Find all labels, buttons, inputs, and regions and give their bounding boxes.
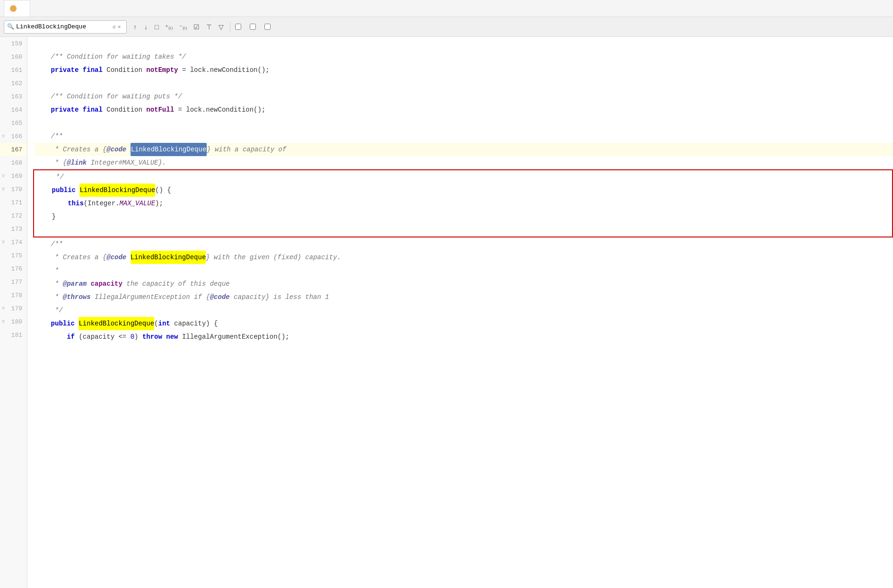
- prev-match-button[interactable]: ↑: [131, 22, 139, 32]
- token-comment: *: [35, 290, 63, 304]
- token-kw: this: [68, 197, 84, 210]
- words-option[interactable]: [250, 24, 258, 30]
- token-comment: /** Condition for waiting takes */: [35, 50, 186, 63]
- token-plain: (capacity <=: [75, 330, 131, 343]
- add-word-button[interactable]: ⁺₍ᵢ₎: [164, 22, 174, 32]
- regex-option[interactable]: [264, 24, 272, 30]
- token-field: notEmpty: [146, 63, 178, 77]
- line-number: 175: [0, 249, 27, 262]
- funnel-button[interactable]: ▽: [217, 22, 225, 32]
- token-plain: [162, 330, 166, 343]
- token-plain: [75, 317, 79, 330]
- token-comment-tag: @code: [106, 143, 126, 156]
- search-navigation: ↑ ↓ □ ⁺₍ᵢ₎ ⁻₍ᵢ₎ ☑ ⊤ ▽: [131, 22, 225, 32]
- token-comment: * {: [35, 156, 67, 169]
- token-highlight-blue: LinkedBlockingDeque: [131, 143, 207, 156]
- token-plain: = lock.newCondition();: [178, 63, 269, 77]
- code-line: * Creates a {@code LinkedBlockingDeque} …: [35, 251, 893, 264]
- token-plain: [35, 103, 51, 116]
- token-comment-tag: @code: [106, 251, 126, 264]
- multiline-button[interactable]: □: [153, 22, 160, 32]
- line-number: 181: [0, 328, 27, 342]
- fold-icon[interactable]: ▽: [2, 173, 5, 179]
- token-comment: the capacity of this deque: [123, 277, 230, 290]
- fold-icon[interactable]: ▽: [2, 306, 5, 311]
- remove-word-button[interactable]: ⁻₍ᵢ₎: [178, 22, 188, 32]
- code-line: this(Integer.MAX_VALUE);: [36, 197, 892, 210]
- search-icon: 🔍: [7, 23, 14, 30]
- selection-box: */ public LinkedBlockingDeque() { this(I…: [33, 169, 893, 237]
- token-comment: } with the given (fixed) capacity.: [206, 251, 341, 264]
- code-line: /**: [35, 237, 893, 251]
- match-case-option[interactable]: [235, 24, 243, 30]
- line-number: ▽179: [0, 302, 27, 315]
- line-number: 165: [0, 116, 27, 130]
- token-plain: = lock.newCondition();: [174, 103, 265, 116]
- search-close-button[interactable]: ✕: [118, 24, 121, 30]
- code-line: */: [36, 170, 892, 184]
- token-highlight-yellow: LinkedBlockingDeque: [131, 251, 206, 264]
- token-comment-tag: @code: [210, 290, 230, 304]
- token-comment: IllegalArgumentException if {: [91, 290, 210, 304]
- words-checkbox[interactable]: [250, 24, 256, 30]
- line-number: 167: [0, 143, 27, 156]
- find-in-selection-button[interactable]: ☑: [192, 22, 201, 32]
- token-plain: [35, 330, 67, 343]
- filter-button[interactable]: ⊤: [205, 22, 213, 32]
- token-kw: public: [52, 184, 76, 197]
- code-line: [35, 77, 893, 90]
- line-number: ▽180: [0, 315, 27, 328]
- token-comment: /**: [35, 237, 63, 251]
- line-number: 171: [0, 196, 27, 209]
- token-plain: capacity) {: [170, 317, 218, 330]
- token-comment: [87, 277, 90, 290]
- token-plain: [35, 63, 51, 77]
- tab-bar: [0, 0, 893, 17]
- token-plain: () {: [155, 184, 171, 197]
- token-comment-tag: @link: [67, 156, 87, 169]
- token-kw: final: [83, 103, 103, 116]
- search-clear-button[interactable]: ↺: [113, 24, 116, 30]
- search-input[interactable]: [16, 23, 111, 30]
- line-number: ▽169: [0, 169, 27, 183]
- line-number: 160: [0, 50, 27, 63]
- code-area[interactable]: /** Condition for waiting takes */ priva…: [27, 37, 893, 588]
- token-plain: }: [36, 210, 56, 223]
- search-bar: 🔍 ↺ ✕ ↑ ↓ □ ⁺₍ᵢ₎ ⁻₍ᵢ₎ ☑ ⊤ ▽: [0, 17, 893, 37]
- token-plain: [36, 197, 68, 210]
- fold-icon[interactable]: ▽: [2, 239, 5, 245]
- fold-icon[interactable]: ▽: [2, 133, 5, 139]
- code-line: private final Condition notFull = lock.n…: [35, 103, 893, 116]
- line-number: 162: [0, 77, 27, 90]
- token-kw: private: [51, 103, 79, 116]
- code-line: *: [35, 264, 893, 277]
- line-number: 172: [0, 209, 27, 222]
- code-line: public LinkedBlockingDeque(int capacity)…: [35, 317, 893, 330]
- code-line: }: [36, 210, 892, 223]
- token-plain: Condition: [103, 103, 146, 116]
- token-kw: if: [67, 330, 75, 343]
- java-file-icon: [10, 5, 17, 12]
- line-number: ▽170: [0, 183, 27, 196]
- regex-checkbox[interactable]: [264, 24, 271, 30]
- token-comment: [126, 251, 130, 264]
- token-highlight-yellow: LinkedBlockingDeque: [79, 317, 154, 330]
- search-input-wrapper: 🔍 ↺ ✕: [4, 20, 127, 34]
- code-line: * Creates a {@code LinkedBlockingDeque} …: [35, 143, 893, 156]
- fold-icon[interactable]: ▽: [2, 319, 5, 325]
- match-case-checkbox[interactable]: [235, 24, 241, 30]
- next-match-button[interactable]: ↓: [142, 22, 149, 32]
- token-kw: int: [158, 317, 170, 330]
- token-plain: ): [134, 330, 142, 343]
- token-plain: [36, 184, 52, 197]
- token-comment: */: [35, 304, 63, 317]
- line-number: 176: [0, 262, 27, 275]
- line-number: 163: [0, 90, 27, 103]
- code-line: /** Condition for waiting puts */: [35, 90, 893, 103]
- token-comment-tag: @param: [63, 277, 87, 290]
- token-plain: (Integer.: [84, 197, 120, 210]
- editor-container: 159160161162163164165▽166167168▽169▽1701…: [0, 37, 893, 588]
- fold-icon[interactable]: ▽: [2, 186, 5, 192]
- file-tab[interactable]: [4, 0, 30, 17]
- token-kw: public: [51, 317, 75, 330]
